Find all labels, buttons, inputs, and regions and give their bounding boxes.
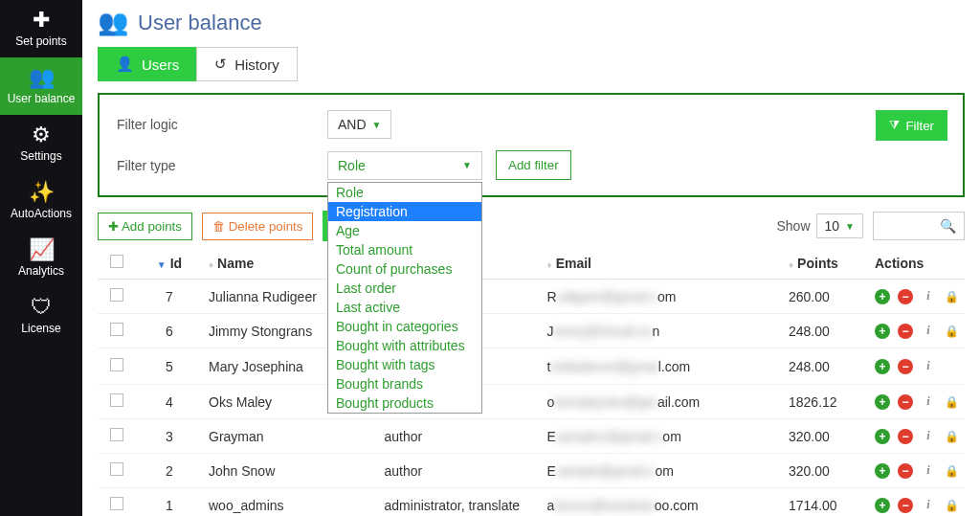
caret-down-icon: ▼ xyxy=(372,120,382,130)
search-icon: 🔍 xyxy=(940,218,956,234)
lock-icon[interactable]: 🔒 xyxy=(944,394,959,410)
dropdown-option-last-order[interactable]: Last order xyxy=(328,279,481,298)
col-points[interactable]: ♦Points xyxy=(783,247,869,280)
cell-email: Example@gmail.com xyxy=(542,454,783,488)
filter-logic-select[interactable]: AND ▼ xyxy=(327,110,391,139)
show-entries: Show 10 ▼ xyxy=(776,213,863,238)
col-email[interactable]: ♦Email xyxy=(542,247,783,280)
remove-icon[interactable]: − xyxy=(898,324,913,339)
cell-name: woo_admins xyxy=(203,488,379,517)
main-content: 👥 User balance 👤 Users ↺ History ⧩ Filte… xyxy=(82,0,980,516)
users-icon: 👥 xyxy=(98,8,128,37)
info-icon[interactable]: i xyxy=(921,463,936,479)
remove-icon[interactable]: − xyxy=(898,429,913,444)
add-icon[interactable]: + xyxy=(875,394,890,410)
cell-email: alexxxx@woobewoo.com xyxy=(542,488,783,517)
dropdown-option-bought-categories[interactable]: Bought in categories xyxy=(328,317,481,336)
user-icon: 👤 xyxy=(116,56,134,73)
info-icon[interactable]: i xyxy=(921,429,936,444)
remove-icon[interactable]: − xyxy=(898,289,913,304)
sidebar-item-settings[interactable]: ⚙ Settings xyxy=(0,115,82,172)
lock-icon[interactable]: 🔒 xyxy=(944,463,959,479)
info-icon[interactable]: i xyxy=(921,359,936,374)
filter-logic-value: AND xyxy=(338,117,367,132)
remove-icon[interactable]: − xyxy=(898,394,913,410)
dropdown-option-last-active[interactable]: Last active xyxy=(328,298,481,317)
select-all-checkbox[interactable] xyxy=(110,255,123,268)
table-row: 7Julianna RudigeerRudigeer@gmail.com260.… xyxy=(98,280,965,314)
row-checkbox[interactable] xyxy=(110,358,123,371)
user-table: ▼Id ♦Name ♦Email ♦Points Actions 7Julian… xyxy=(98,247,965,516)
dropdown-option-age[interactable]: Age xyxy=(328,221,481,240)
sort-desc-icon: ▼ xyxy=(157,259,167,270)
lock-icon[interactable]: 🔒 xyxy=(944,498,959,513)
dropdown-option-bought-brands[interactable]: Bought brands xyxy=(328,374,481,393)
tab-history[interactable]: ↺ History xyxy=(196,47,298,81)
info-icon[interactable]: i xyxy=(921,324,936,339)
lock-icon[interactable]: 🔒 xyxy=(944,289,959,304)
lock-icon[interactable]: 🔒 xyxy=(944,324,959,339)
dropdown-option-bought-attributes[interactable]: Bought with attributes xyxy=(328,336,481,355)
add-icon[interactable]: + xyxy=(875,498,890,513)
row-checkbox[interactable] xyxy=(110,393,123,407)
sidebar-item-user-balance[interactable]: 👥 User balance xyxy=(0,57,82,115)
cell-email: Jimmy@Gmail.con xyxy=(542,314,783,348)
filter-button[interactable]: ⧩ Filter xyxy=(876,110,947,141)
add-icon[interactable]: + xyxy=(875,359,890,374)
add-points-button[interactable]: ✚ Add points xyxy=(98,213,192,240)
toolbar: ✚ Add points 🗑 Delete points Show 10 ▼ 🔍 xyxy=(98,211,965,241)
caret-down-icon: ▼ xyxy=(462,160,472,170)
tab-label: Users xyxy=(142,56,179,73)
row-checkbox[interactable] xyxy=(110,288,123,302)
cell-points: 1714.00 xyxy=(783,488,869,517)
add-icon[interactable]: + xyxy=(875,429,890,444)
info-icon[interactable]: i xyxy=(921,289,936,304)
dropdown-option-count-purchases[interactable]: Count of purchases xyxy=(328,259,481,279)
add-icon[interactable]: + xyxy=(875,289,890,304)
cell-id: 5 xyxy=(136,348,203,385)
dropdown-option-bought-tags[interactable]: Bought with tags xyxy=(328,355,481,374)
add-filter-button[interactable]: Add filter xyxy=(496,150,571,180)
col-actions: Actions xyxy=(869,247,965,280)
filter-type-value: Role xyxy=(338,158,366,173)
sidebar-item-analytics[interactable]: 📈 Analytics xyxy=(0,230,82,287)
lock-icon[interactable]: 🔒 xyxy=(944,429,959,444)
show-label: Show xyxy=(776,218,810,234)
delete-points-button[interactable]: 🗑 Delete points xyxy=(202,213,314,240)
tab-users[interactable]: 👤 Users xyxy=(98,47,196,81)
add-icon[interactable]: + xyxy=(875,463,890,479)
row-checkbox[interactable] xyxy=(110,428,123,441)
cell-name: John Snow xyxy=(203,454,379,488)
filter-icon: ⧩ xyxy=(889,118,900,133)
row-checkbox[interactable] xyxy=(110,462,123,476)
tab-label: History xyxy=(234,56,279,73)
cell-points: 248.00 xyxy=(783,314,869,348)
dropdown-option-total-amount[interactable]: Total amount xyxy=(328,240,481,259)
dropdown-option-registration[interactable]: Registration xyxy=(328,202,481,221)
filter-type-select[interactable]: Role ▼ xyxy=(327,151,482,180)
sidebar-item-autoactions[interactable]: ✨ AutoActions xyxy=(0,172,82,230)
dropdown-option-role[interactable]: Role xyxy=(328,183,481,202)
sidebar-item-set-points[interactable]: ✚ Set points xyxy=(0,0,82,57)
remove-icon[interactable]: − xyxy=(898,498,913,513)
sidebar-item-license[interactable]: 🛡 License xyxy=(0,287,82,345)
info-icon[interactable]: i xyxy=(921,394,936,410)
dropdown-option-bought-products[interactable]: Bought products xyxy=(328,393,481,413)
remove-icon[interactable]: − xyxy=(898,359,913,374)
add-icon[interactable]: + xyxy=(875,324,890,339)
sort-icon: ♦ xyxy=(547,259,552,270)
table-row: 1woo_adminsadministrator, translatealexx… xyxy=(98,488,965,517)
info-icon[interactable]: i xyxy=(921,498,936,513)
row-checkbox[interactable] xyxy=(110,323,123,336)
filter-logic-label: Filter logic xyxy=(117,117,327,132)
search-input[interactable]: 🔍 xyxy=(873,212,965,240)
col-id[interactable]: ▼Id xyxy=(136,247,203,280)
show-select[interactable]: 10 ▼ xyxy=(816,213,863,238)
cell-points: 248.00 xyxy=(783,348,869,385)
sidebar-item-label: Analytics xyxy=(18,264,64,278)
row-checkbox[interactable] xyxy=(110,497,123,510)
cell-role: author xyxy=(379,454,542,488)
remove-icon[interactable]: − xyxy=(898,463,913,479)
show-value: 10 xyxy=(825,218,840,234)
cell-role: administrator, translate xyxy=(379,488,542,517)
